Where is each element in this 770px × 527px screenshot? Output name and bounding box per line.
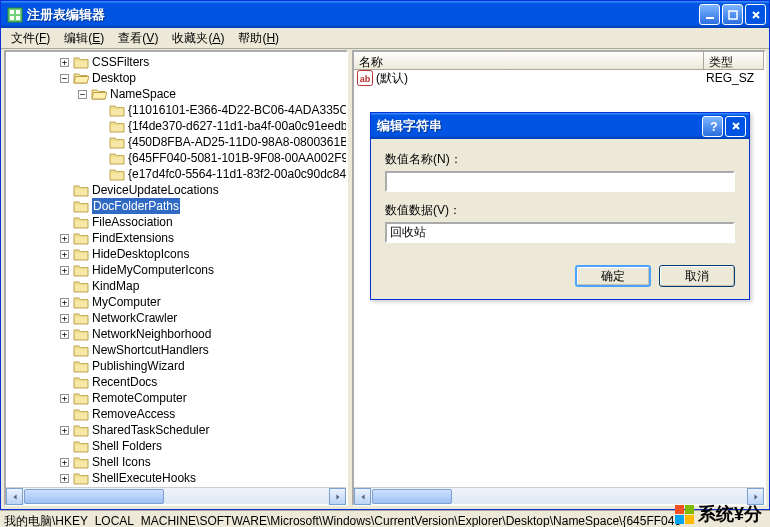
statusbar: 我的电脑\HKEY_LOCAL_MACHINE\SOFTWARE\Microso… bbox=[0, 510, 770, 527]
folder-icon bbox=[73, 407, 89, 421]
tree-node[interactable]: DocFolderPaths bbox=[6, 198, 346, 214]
expand-icon[interactable]: + bbox=[60, 58, 69, 67]
scroll-right-icon[interactable] bbox=[329, 488, 346, 505]
tree-node[interactable]: +Shell Icons bbox=[6, 454, 346, 470]
tree-node[interactable]: +HideDesktopIcons bbox=[6, 246, 346, 262]
tree-node[interactable]: {e17d4fc0-5564-11d1-83f2-00a0c90dc849} bbox=[6, 166, 346, 182]
scroll-thumb[interactable] bbox=[372, 489, 452, 504]
tree-node[interactable]: Shell Folders bbox=[6, 438, 346, 454]
folder-icon bbox=[73, 199, 89, 213]
folder-icon bbox=[109, 103, 125, 117]
tree-node[interactable]: +CSSFilters bbox=[6, 54, 346, 70]
menu-item-1[interactable]: 编辑(E) bbox=[58, 28, 110, 49]
folder-open-icon bbox=[91, 87, 107, 101]
tree-node-label: RemoveAccess bbox=[92, 406, 175, 422]
registry-tree[interactable]: +CSSFilters−Desktop−NameSpace{11016101-E… bbox=[6, 52, 346, 487]
menu-item-3[interactable]: 收藏夹(A) bbox=[166, 28, 230, 49]
expand-icon[interactable]: + bbox=[60, 314, 69, 323]
tree-node[interactable]: +NetworkCrawler bbox=[6, 310, 346, 326]
tree-node-label: RemoteComputer bbox=[92, 390, 187, 406]
tree-node[interactable]: +ShellExecuteHooks bbox=[6, 470, 346, 486]
tree-node-label: {1f4de370-d627-11d1-ba4f-00a0c91eedba} bbox=[128, 118, 346, 134]
value-name-label: 数值名称(N)： bbox=[385, 151, 735, 168]
tree-node[interactable]: {450D8FBA-AD25-11D0-98A8-0800361B1103} bbox=[6, 134, 346, 150]
folder-icon bbox=[73, 343, 89, 357]
folder-icon bbox=[73, 375, 89, 389]
tree-node[interactable]: −Desktop bbox=[6, 70, 346, 86]
folder-icon bbox=[73, 359, 89, 373]
string-value-icon bbox=[357, 70, 373, 86]
tree-node[interactable]: +HideMyComputerIcons bbox=[6, 262, 346, 278]
folder-icon bbox=[73, 231, 89, 245]
dialog-titlebar[interactable]: 编辑字符串 ? bbox=[371, 113, 749, 139]
tree-node[interactable]: +SharedTaskScheduler bbox=[6, 422, 346, 438]
folder-icon bbox=[73, 55, 89, 69]
expand-icon[interactable]: + bbox=[60, 250, 69, 259]
folder-icon bbox=[73, 327, 89, 341]
expand-icon[interactable]: + bbox=[60, 426, 69, 435]
dialog-close-button[interactable] bbox=[725, 116, 746, 137]
tree-node[interactable]: RecentDocs bbox=[6, 374, 346, 390]
menu-item-4[interactable]: 帮助(H) bbox=[232, 28, 285, 49]
tree-node-label: NetworkCrawler bbox=[92, 310, 177, 326]
tree-node-label: Shell Folders bbox=[92, 438, 162, 454]
tree-node-label: {11016101-E366-4D22-BC06-4ADA335C892B} bbox=[128, 102, 346, 118]
folder-icon bbox=[73, 455, 89, 469]
ok-button[interactable]: 确定 bbox=[575, 265, 651, 287]
tree-node[interactable]: +FindExtensions bbox=[6, 230, 346, 246]
edit-string-dialog: 编辑字符串 ? 数值名称(N)： 数值数据(V)： 确定 取消 bbox=[370, 112, 750, 300]
expand-icon[interactable]: + bbox=[60, 474, 69, 483]
tree-node-label: CSSFilters bbox=[92, 54, 149, 70]
expand-icon[interactable]: + bbox=[60, 266, 69, 275]
ms-logo-icon bbox=[675, 505, 694, 524]
tree-node[interactable]: {645FF040-5081-101B-9F08-00AA002F954E} bbox=[6, 150, 346, 166]
svg-rect-10 bbox=[729, 11, 737, 19]
menu-item-0[interactable]: 文件(F) bbox=[5, 28, 56, 49]
column-header[interactable]: 名称 bbox=[354, 52, 704, 69]
tree-node[interactable]: +MyComputer bbox=[6, 294, 346, 310]
minimize-button[interactable] bbox=[699, 4, 720, 25]
cancel-button[interactable]: 取消 bbox=[659, 265, 735, 287]
tree-node[interactable]: {11016101-E366-4D22-BC06-4ADA335C892B} bbox=[6, 102, 346, 118]
tree-node-label: HideDesktopIcons bbox=[92, 246, 189, 262]
scroll-left-icon[interactable] bbox=[354, 488, 371, 505]
scroll-thumb[interactable] bbox=[24, 489, 164, 504]
svg-text:?: ? bbox=[710, 120, 717, 132]
value-data-label: 数值数据(V)： bbox=[385, 202, 735, 219]
expand-icon[interactable]: + bbox=[60, 234, 69, 243]
value-name-input[interactable] bbox=[385, 171, 735, 192]
tree-node-label: SharedTaskScheduler bbox=[92, 422, 209, 438]
tree-hscrollbar[interactable] bbox=[6, 487, 346, 504]
dialog-help-button[interactable]: ? bbox=[702, 116, 723, 137]
collapse-icon[interactable]: − bbox=[60, 74, 69, 83]
tree-node[interactable]: +NetworkNeighborhood bbox=[6, 326, 346, 342]
expand-icon[interactable]: + bbox=[60, 458, 69, 467]
tree-node[interactable]: {1f4de370-d627-11d1-ba4f-00a0c91eedba} bbox=[6, 118, 346, 134]
folder-icon bbox=[73, 279, 89, 293]
column-header[interactable]: 类型 bbox=[704, 52, 764, 69]
titlebar[interactable]: 注册表编辑器 bbox=[1, 1, 769, 28]
tree-node[interactable]: −NameSpace bbox=[6, 86, 346, 102]
folder-open-icon bbox=[73, 71, 89, 85]
list-row[interactable]: (默认)REG_SZ bbox=[354, 70, 764, 86]
folder-icon bbox=[73, 263, 89, 277]
tree-node[interactable]: KindMap bbox=[6, 278, 346, 294]
close-button[interactable] bbox=[745, 4, 766, 25]
expand-icon[interactable]: + bbox=[60, 394, 69, 403]
tree-node[interactable]: FileAssociation bbox=[6, 214, 346, 230]
tree-node-label: {450D8FBA-AD25-11D0-98A8-0800361B1103} bbox=[128, 134, 346, 150]
collapse-icon[interactable]: − bbox=[78, 90, 87, 99]
tree-node[interactable]: NewShortcutHandlers bbox=[6, 342, 346, 358]
list-header[interactable]: 名称类型 bbox=[354, 52, 764, 70]
tree-node[interactable]: PublishingWizard bbox=[6, 358, 346, 374]
maximize-button[interactable] bbox=[722, 4, 743, 25]
expand-icon[interactable]: + bbox=[60, 330, 69, 339]
menu-item-2[interactable]: 查看(V) bbox=[112, 28, 164, 49]
expand-icon[interactable]: + bbox=[60, 298, 69, 307]
tree-node[interactable]: +RemoteComputer bbox=[6, 390, 346, 406]
tree-node[interactable]: RemoveAccess bbox=[6, 406, 346, 422]
tree-node-label: Shell Icons bbox=[92, 454, 151, 470]
value-data-input[interactable] bbox=[385, 222, 735, 243]
tree-node[interactable]: DeviceUpdateLocations bbox=[6, 182, 346, 198]
scroll-left-icon[interactable] bbox=[6, 488, 23, 505]
